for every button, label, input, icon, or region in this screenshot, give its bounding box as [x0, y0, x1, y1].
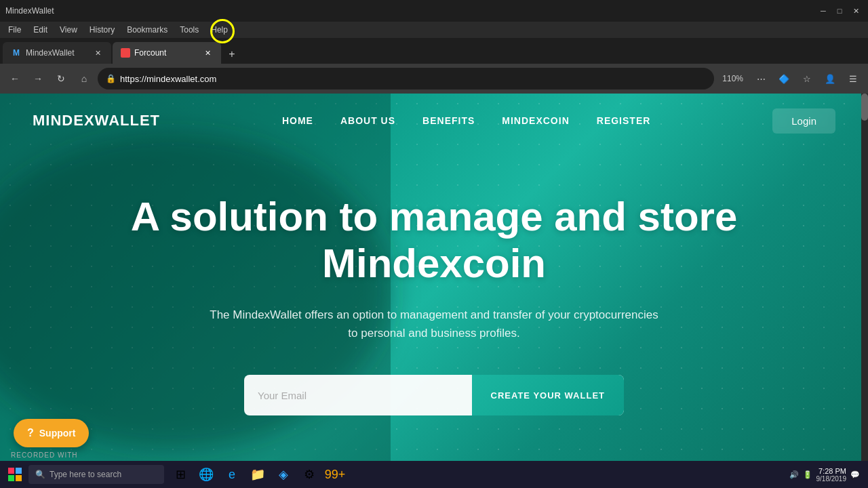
email-input[interactable]	[244, 390, 472, 401]
support-button[interactable]: ? Support	[14, 419, 89, 447]
login-button[interactable]: Login	[772, 108, 835, 134]
search-icon: 🔍	[35, 470, 45, 479]
logo-x: X	[84, 112, 95, 129]
tab-forcount[interactable]: Forcount ✕	[113, 42, 221, 64]
support-icon: ?	[27, 427, 34, 439]
taskbar-app-ie[interactable]: e	[220, 462, 244, 487]
tab-close-mindexwallet[interactable]: ✕	[92, 47, 103, 58]
tab-title-mindexwallet: MindexWallet	[26, 48, 88, 58]
more-tools-button[interactable]: ⋯	[751, 69, 770, 88]
menu-help[interactable]: Help	[205, 24, 233, 36]
taskbar-apps: ⊞ 🌐 e 📁 ◈ ⚙ 99+	[165, 462, 783, 487]
taskbar-app-badge[interactable]: 99+	[323, 462, 347, 487]
close-button[interactable]: ✕	[849, 4, 863, 18]
title-bar: MindexWallet ─ □ ✕	[0, 0, 868, 22]
create-wallet-button[interactable]: CREATE YOUR WALLET	[472, 375, 624, 415]
site-nav: MINDEXWALLET HOME ABOUT US BENEFITS MIND…	[0, 94, 868, 148]
svg-rect-2	[8, 475, 14, 481]
taskbar: 🔍 Type here to search ⊞ 🌐 e 📁 ◈ ⚙ 99+ 🔊 …	[0, 461, 868, 488]
website-inner: MINDEXWALLET HOME ABOUT US BENEFITS MIND…	[0, 94, 868, 488]
hero-title: A solution to manage and store Mindexcoi…	[131, 193, 738, 287]
tray-network[interactable]: 🔊	[789, 470, 799, 479]
forward-button[interactable]: →	[28, 69, 47, 88]
address-bar[interactable]: 🔒 https://mindexwallet.com	[98, 68, 714, 89]
container-icon[interactable]: 🔷	[774, 69, 793, 88]
lock-icon: 🔒	[106, 74, 116, 83]
start-button[interactable]	[3, 462, 27, 487]
new-tab-button[interactable]: +	[222, 45, 241, 64]
search-text: Type here to search	[50, 470, 121, 479]
hero-title-line1: A solution to manage and store	[131, 194, 738, 239]
back-button[interactable]: ←	[5, 69, 24, 88]
nav-benefits[interactable]: BENEFITS	[422, 115, 475, 126]
reader-mode-button[interactable]: 👤	[821, 69, 840, 88]
recorded-with-text: RECORDED WITH	[11, 451, 150, 459]
taskbar-app-dropbox[interactable]: ◈	[271, 462, 296, 487]
tab-favicon-mindexwallet: M	[11, 47, 22, 58]
svg-rect-0	[8, 468, 14, 474]
home-button[interactable]: ⌂	[75, 69, 94, 88]
logo-text-after: WALLET	[95, 112, 160, 129]
hero-form: CREATE YOUR WALLET	[244, 375, 624, 415]
zoom-level: 110%	[718, 74, 747, 83]
menu-edit[interactable]: Edit	[28, 24, 53, 36]
menu-bar: File Edit View History Bookmarks Tools H…	[0, 22, 868, 38]
url-text: https://mindexwallet.com	[120, 74, 706, 84]
tab-favicon-forcount	[121, 48, 130, 58]
svg-rect-3	[16, 475, 22, 481]
menu-view[interactable]: View	[54, 24, 83, 36]
minimize-button[interactable]: ─	[816, 4, 830, 18]
hero-title-line2: Mindexcoin	[322, 241, 546, 286]
title-bar-left: MindexWallet	[5, 6, 54, 16]
bookmark-button[interactable]: ☆	[797, 69, 816, 88]
reload-button[interactable]: ↻	[52, 69, 71, 88]
menu-bookmarks[interactable]: Bookmarks	[121, 24, 173, 36]
tab-title-forcount: Forcount	[134, 48, 198, 58]
nav-about-us[interactable]: ABOUT US	[340, 115, 395, 126]
nav-home[interactable]: HOME	[282, 115, 313, 126]
maximize-button[interactable]: □	[833, 4, 846, 18]
taskbar-app-taskview[interactable]: ⊞	[168, 462, 193, 487]
website-content: MINDEXWALLET HOME ABOUT US BENEFITS MIND…	[0, 94, 868, 488]
taskbar-app-edge[interactable]: 🌐	[194, 462, 218, 487]
tab-close-forcount[interactable]: ✕	[202, 47, 213, 58]
menu-tools[interactable]: Tools	[174, 24, 204, 36]
site-logo: MINDEXWALLET	[33, 112, 160, 129]
window-controls: ─ □ ✕	[816, 4, 863, 18]
menu-button[interactable]: ☰	[844, 69, 863, 88]
hero-content: A solution to manage and store Mindexcoi…	[0, 148, 868, 488]
taskbar-tray: 🔊 🔋 7:28 PM 9/18/2019 💬	[784, 467, 866, 483]
support-label: Support	[39, 428, 76, 439]
taskbar-app-folder[interactable]: 📁	[245, 462, 270, 487]
svg-rect-1	[16, 468, 22, 474]
nav-links: HOME ABOUT US BENEFITS MINDEXCOIN REGIST…	[282, 115, 650, 126]
tray-battery[interactable]: 🔋	[803, 470, 812, 479]
window-title: MindexWallet	[5, 6, 54, 16]
tray-date: 9/18/2019	[816, 475, 847, 483]
logo-text-before: MINDE	[33, 112, 84, 129]
taskbar-search[interactable]: 🔍 Type here to search	[28, 465, 164, 484]
tab-bar: M MindexWallet ✕ Forcount ✕ +	[0, 38, 868, 64]
nav-register[interactable]: REGISTER	[597, 115, 651, 126]
browser-window: MindexWallet ─ □ ✕ File Edit View Histor…	[0, 0, 868, 94]
taskbar-app-app6[interactable]: ⚙	[297, 462, 321, 487]
tab-mindexwallet[interactable]: M MindexWallet ✕	[3, 42, 111, 64]
tray-time: 7:28 PM	[816, 467, 847, 475]
hero-subtitle: The MindexWallet offers an option to man…	[203, 306, 665, 342]
browser-navbar: ← → ↻ ⌂ 🔒 https://mindexwallet.com 110% …	[0, 64, 868, 94]
menu-history[interactable]: History	[84, 24, 120, 36]
menu-file[interactable]: File	[3, 24, 26, 36]
nav-mindexcoin[interactable]: MINDEXCOIN	[502, 115, 569, 126]
tray-notifications[interactable]: 💬	[850, 470, 860, 479]
